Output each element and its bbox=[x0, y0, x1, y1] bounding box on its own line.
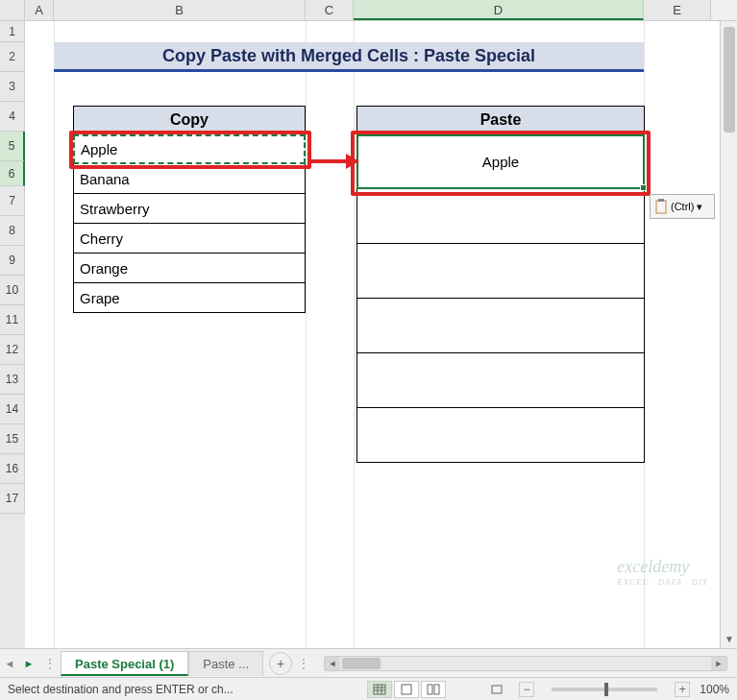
col-header-D[interactable]: D bbox=[354, 0, 644, 20]
select-all-corner[interactable] bbox=[0, 0, 25, 20]
grid-area: 1 2 3 4 5 6 7 8 9 10 11 12 13 14 15 16 1… bbox=[0, 21, 737, 648]
copy-cell-orange[interactable]: Orange bbox=[73, 253, 306, 283]
paste-cell-empty[interactable] bbox=[356, 189, 645, 244]
zoom-thumb[interactable] bbox=[604, 683, 608, 696]
sheet-tab-active[interactable]: Paste Special (1) bbox=[61, 651, 188, 676]
drag-handle-icon[interactable]: ⋮ bbox=[44, 657, 55, 670]
paste-cell-empty[interactable] bbox=[356, 353, 645, 408]
grid-view-icon bbox=[373, 684, 386, 695]
svg-rect-12 bbox=[492, 686, 502, 693]
paste-options-label: (Ctrl) ▾ bbox=[671, 201, 703, 213]
row-headers: 1 2 3 4 5 6 7 8 9 10 11 12 13 14 15 16 1… bbox=[0, 21, 25, 648]
page-layout-icon bbox=[400, 684, 413, 695]
sheet-tab-other[interactable]: Paste ... bbox=[188, 651, 263, 676]
clipboard-icon bbox=[654, 199, 668, 214]
spreadsheet-app: A B C D E 1 2 3 4 5 6 7 8 9 10 11 12 13 … bbox=[0, 0, 737, 700]
drag-handle-icon[interactable]: ⋮ bbox=[298, 657, 308, 670]
copy-header: Copy bbox=[73, 106, 306, 134]
scroll-down-icon[interactable]: ▼ bbox=[721, 631, 737, 648]
row-header-2[interactable]: 2 bbox=[0, 42, 25, 72]
hscroll-thumb[interactable] bbox=[342, 658, 381, 669]
tab-nav-prev[interactable]: ◄ bbox=[0, 658, 19, 669]
svg-rect-3 bbox=[658, 199, 664, 202]
row-header-17[interactable]: 17 bbox=[0, 484, 25, 514]
row-header-13[interactable]: 13 bbox=[0, 365, 25, 395]
scroll-right-icon[interactable]: ► bbox=[711, 657, 726, 670]
page-break-view-button[interactable] bbox=[421, 681, 446, 698]
fullscreen-icon bbox=[490, 684, 504, 695]
copy-cell-grape[interactable]: Grape bbox=[73, 283, 306, 313]
copy-table: Copy Apple Banana Strawberry Cherry Oran… bbox=[73, 106, 306, 313]
copy-cell-banana[interactable]: Banana bbox=[73, 164, 306, 194]
paste-header: Paste bbox=[356, 106, 645, 134]
annotation-arrow-icon bbox=[311, 152, 359, 171]
sheet-tabs-bar: ◄ ► ⋮ Paste Special (1) Paste ... + ⋮ ◄ … bbox=[0, 648, 737, 677]
paste-options-button[interactable]: (Ctrl) ▾ bbox=[650, 194, 715, 219]
row-header-1[interactable]: 1 bbox=[0, 21, 25, 42]
page-title: Copy Paste with Merged Cells : Paste Spe… bbox=[54, 42, 644, 72]
row-header-3[interactable]: 3 bbox=[0, 72, 25, 102]
paste-table: Paste Apple bbox=[356, 106, 645, 463]
copy-cell-strawberry[interactable]: Strawberry bbox=[73, 194, 306, 224]
svg-rect-2 bbox=[656, 201, 666, 213]
normal-view-button[interactable] bbox=[367, 681, 392, 698]
tab-nav-next[interactable]: ► bbox=[19, 658, 38, 669]
view-buttons bbox=[367, 681, 446, 698]
status-bar: Select destination and press ENTER or ch… bbox=[0, 677, 737, 700]
paste-cell-empty[interactable] bbox=[356, 244, 645, 299]
row-header-6[interactable]: 6 bbox=[0, 161, 25, 186]
row-header-11[interactable]: 11 bbox=[0, 305, 25, 335]
row-header-4[interactable]: 4 bbox=[0, 102, 25, 132]
svg-rect-11 bbox=[434, 685, 439, 694]
svg-rect-4 bbox=[374, 685, 385, 694]
status-message: Select destination and press ENTER or ch… bbox=[8, 683, 233, 696]
svg-rect-9 bbox=[402, 685, 411, 694]
col-header-C[interactable]: C bbox=[306, 0, 354, 20]
row-header-7[interactable]: 7 bbox=[0, 186, 25, 216]
add-sheet-button[interactable]: + bbox=[269, 652, 292, 675]
zoom-out-button[interactable]: − bbox=[519, 682, 534, 697]
fullscreen-button[interactable] bbox=[484, 681, 509, 698]
svg-rect-10 bbox=[428, 685, 432, 694]
zoom-in-button[interactable]: + bbox=[675, 682, 690, 697]
row-header-5[interactable]: 5 bbox=[0, 132, 25, 161]
horizontal-scrollbar[interactable]: ◄ ► bbox=[324, 656, 727, 671]
watermark: exceldemy EXCEL · DATA · DIY bbox=[617, 557, 708, 587]
row-header-15[interactable]: 15 bbox=[0, 424, 25, 454]
vertical-scrollbar[interactable]: ▲ ▼ bbox=[720, 21, 737, 648]
row-header-8[interactable]: 8 bbox=[0, 216, 25, 246]
scroll-left-icon[interactable]: ◄ bbox=[325, 657, 340, 670]
col-header-B[interactable]: B bbox=[54, 0, 306, 20]
page-break-icon bbox=[427, 684, 440, 695]
col-header-A[interactable]: A bbox=[25, 0, 54, 20]
column-headers: A B C D E bbox=[0, 0, 737, 21]
page-layout-view-button[interactable] bbox=[394, 681, 419, 698]
paste-cell-merged[interactable]: Apple bbox=[356, 134, 645, 189]
row-header-14[interactable]: 14 bbox=[0, 395, 25, 424]
zoom-slider[interactable] bbox=[552, 688, 657, 691]
zoom-level[interactable]: 100% bbox=[700, 683, 729, 696]
row-header-12[interactable]: 12 bbox=[0, 335, 25, 365]
row-header-16[interactable]: 16 bbox=[0, 454, 25, 484]
copy-cell-cherry[interactable]: Cherry bbox=[73, 224, 306, 253]
row-header-9[interactable]: 9 bbox=[0, 246, 25, 276]
col-header-E[interactable]: E bbox=[644, 0, 711, 20]
paste-cell-empty[interactable] bbox=[356, 299, 645, 353]
paste-cell-empty[interactable] bbox=[356, 408, 645, 463]
cells-canvas[interactable]: Copy Paste with Merged Cells : Paste Spe… bbox=[25, 21, 737, 648]
copy-cell-apple[interactable]: Apple bbox=[73, 134, 306, 164]
row-header-10[interactable]: 10 bbox=[0, 276, 25, 305]
scroll-thumb[interactable] bbox=[724, 27, 735, 133]
